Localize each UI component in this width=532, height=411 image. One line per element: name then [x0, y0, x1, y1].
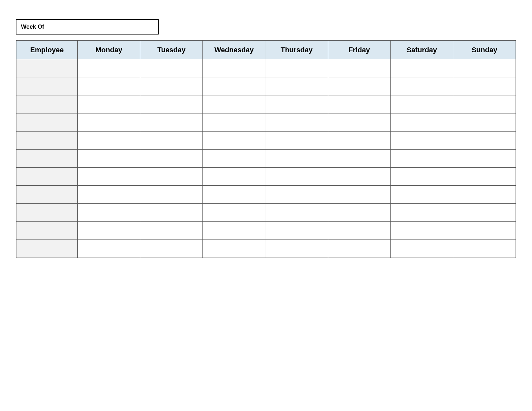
schedule-cell[interactable]	[390, 77, 453, 95]
schedule-cell[interactable]	[78, 168, 140, 186]
schedule-cell[interactable]	[453, 186, 516, 204]
schedule-cell[interactable]	[453, 95, 516, 113]
schedule-cell[interactable]	[390, 150, 453, 168]
header-row: Employee Monday Tuesday Wednesday Thursd…	[16, 41, 516, 59]
schedule-cell[interactable]	[453, 113, 516, 132]
schedule-cell[interactable]	[140, 150, 203, 168]
schedule-cell[interactable]	[140, 113, 203, 132]
table-row	[16, 186, 516, 204]
header-thursday: Thursday	[265, 41, 328, 59]
schedule-cell[interactable]	[140, 168, 203, 186]
schedule-cell[interactable]	[140, 186, 203, 204]
schedule-cell[interactable]	[140, 59, 203, 77]
employee-cell[interactable]	[16, 168, 78, 186]
schedule-cell[interactable]	[265, 240, 328, 258]
schedule-cell[interactable]	[453, 59, 516, 77]
table-body	[16, 59, 516, 258]
schedule-cell[interactable]	[453, 168, 516, 186]
schedule-cell[interactable]	[203, 222, 265, 240]
schedule-cell[interactable]	[140, 222, 203, 240]
schedule-cell[interactable]	[78, 150, 140, 168]
schedule-cell[interactable]	[328, 95, 390, 113]
schedule-cell[interactable]	[453, 204, 516, 222]
schedule-cell[interactable]	[390, 132, 453, 150]
employee-cell[interactable]	[16, 222, 78, 240]
schedule-cell[interactable]	[203, 204, 265, 222]
employee-cell[interactable]	[16, 95, 78, 113]
schedule-cell[interactable]	[390, 113, 453, 132]
schedule-cell[interactable]	[78, 77, 140, 95]
schedule-cell[interactable]	[265, 59, 328, 77]
schedule-cell[interactable]	[328, 132, 390, 150]
schedule-cell[interactable]	[78, 204, 140, 222]
schedule-cell[interactable]	[390, 59, 453, 77]
schedule-cell[interactable]	[265, 77, 328, 95]
week-of-container: Week Of	[16, 19, 516, 34]
schedule-cell[interactable]	[328, 186, 390, 204]
schedule-cell[interactable]	[78, 113, 140, 132]
schedule-cell[interactable]	[140, 132, 203, 150]
schedule-cell[interactable]	[78, 132, 140, 150]
schedule-cell[interactable]	[203, 168, 265, 186]
employee-cell[interactable]	[16, 186, 78, 204]
schedule-cell[interactable]	[78, 59, 140, 77]
header-wednesday: Wednesday	[203, 41, 265, 59]
schedule-cell[interactable]	[265, 186, 328, 204]
schedule-cell[interactable]	[328, 77, 390, 95]
schedule-table: Employee Monday Tuesday Wednesday Thursd…	[16, 40, 516, 258]
schedule-cell[interactable]	[265, 113, 328, 132]
schedule-cell[interactable]	[78, 186, 140, 204]
schedule-cell[interactable]	[140, 77, 203, 95]
schedule-cell[interactable]	[265, 222, 328, 240]
schedule-cell[interactable]	[453, 222, 516, 240]
schedule-cell[interactable]	[265, 168, 328, 186]
employee-cell[interactable]	[16, 59, 78, 77]
employee-cell[interactable]	[16, 150, 78, 168]
schedule-cell[interactable]	[203, 186, 265, 204]
schedule-cell[interactable]	[203, 150, 265, 168]
schedule-cell[interactable]	[328, 150, 390, 168]
schedule-cell[interactable]	[328, 168, 390, 186]
schedule-cell[interactable]	[328, 59, 390, 77]
table-row	[16, 150, 516, 168]
employee-cell[interactable]	[16, 204, 78, 222]
employee-cell[interactable]	[16, 77, 78, 95]
schedule-cell[interactable]	[140, 95, 203, 113]
schedule-cell[interactable]	[203, 77, 265, 95]
schedule-cell[interactable]	[328, 204, 390, 222]
schedule-cell[interactable]	[453, 150, 516, 168]
employee-cell[interactable]	[16, 240, 78, 258]
schedule-cell[interactable]	[453, 132, 516, 150]
schedule-cell[interactable]	[78, 240, 140, 258]
schedule-cell[interactable]	[140, 240, 203, 258]
schedule-cell[interactable]	[390, 186, 453, 204]
schedule-cell[interactable]	[203, 113, 265, 132]
schedule-cell[interactable]	[390, 95, 453, 113]
schedule-cell[interactable]	[390, 222, 453, 240]
schedule-cell[interactable]	[453, 240, 516, 258]
schedule-cell[interactable]	[203, 95, 265, 113]
schedule-cell[interactable]	[78, 95, 140, 113]
week-of-input[interactable]	[49, 19, 159, 34]
header-sunday: Sunday	[453, 41, 516, 59]
schedule-cell[interactable]	[203, 240, 265, 258]
schedule-cell[interactable]	[390, 168, 453, 186]
schedule-cell[interactable]	[265, 150, 328, 168]
schedule-cell[interactable]	[390, 204, 453, 222]
schedule-cell[interactable]	[78, 222, 140, 240]
schedule-cell[interactable]	[265, 132, 328, 150]
schedule-cell[interactable]	[203, 59, 265, 77]
employee-cell[interactable]	[16, 132, 78, 150]
schedule-cell[interactable]	[328, 240, 390, 258]
schedule-cell[interactable]	[140, 204, 203, 222]
schedule-cell[interactable]	[390, 240, 453, 258]
employee-cell[interactable]	[16, 113, 78, 132]
table-row	[16, 113, 516, 132]
schedule-cell[interactable]	[328, 113, 390, 132]
schedule-cell[interactable]	[203, 132, 265, 150]
schedule-cell[interactable]	[265, 204, 328, 222]
schedule-cell[interactable]	[265, 95, 328, 113]
table-row	[16, 59, 516, 77]
schedule-cell[interactable]	[453, 77, 516, 95]
schedule-cell[interactable]	[328, 222, 390, 240]
